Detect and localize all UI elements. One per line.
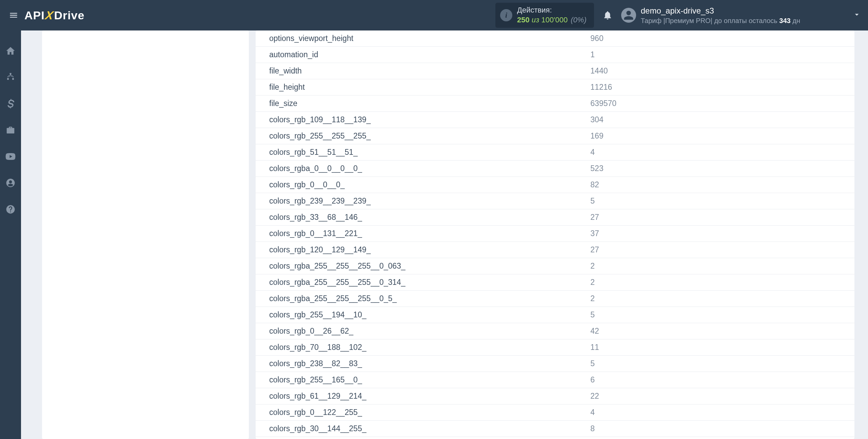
row-value: 4 bbox=[585, 404, 854, 421]
row-value: 27 bbox=[585, 209, 854, 226]
row-key: colors_rgb_109__118__139_ bbox=[256, 112, 585, 128]
row-key: colors_rgb_238__82__83_ bbox=[256, 356, 585, 372]
table-row: colors_rgba_255__255__255__0_063_2 bbox=[256, 258, 854, 274]
row-key: colors_rgb_70__188__102_ bbox=[256, 339, 585, 356]
rail-briefcase[interactable] bbox=[4, 123, 17, 137]
table-row: colors_rgb_238__82__83_5 bbox=[256, 356, 854, 372]
row-key: colors_rgb_0__122__255_ bbox=[256, 404, 585, 421]
actions-label: Действия: bbox=[517, 5, 587, 15]
row-key: colors_rgb_255__194__10_ bbox=[256, 307, 585, 323]
table-row: file_height11216 bbox=[256, 79, 854, 96]
row-value: 523 bbox=[585, 161, 854, 177]
row-key: colors_rgb_33__68__146_ bbox=[256, 209, 585, 226]
logo-api: API bbox=[24, 9, 45, 22]
notifications-button[interactable] bbox=[601, 8, 614, 22]
table-row: colors_rgb_255__255__255_169 bbox=[256, 128, 854, 144]
sitemap-icon bbox=[5, 72, 16, 82]
rail-connections[interactable] bbox=[4, 70, 17, 84]
dollar-icon bbox=[5, 99, 16, 109]
actions-values: 250 из 100'000 (0%) bbox=[517, 15, 587, 25]
table-row: colors_rgb_61__129__214_22 bbox=[256, 388, 854, 404]
table-row: colors_rgba_0__0__0__0_523 bbox=[256, 161, 854, 177]
row-key: colors_rgba_0__0__0__0_ bbox=[256, 161, 585, 177]
content-area: options_viewport_height960automation_id1… bbox=[21, 30, 868, 439]
row-key: colors_rgb_239__239__239_ bbox=[256, 193, 585, 209]
row-key: colors_rgb_0__26__62_ bbox=[256, 323, 585, 339]
row-value: 22 bbox=[585, 388, 854, 404]
left-panel bbox=[42, 30, 249, 439]
table-row: colors_rgb_0__131__221_37 bbox=[256, 226, 854, 242]
chevron-down-icon bbox=[852, 10, 861, 19]
rail-help[interactable] bbox=[4, 203, 17, 216]
table-row: colors_rgba_255__255__255__0_314_2 bbox=[256, 274, 854, 291]
row-key: colors_rgb_255__165__0_ bbox=[256, 372, 585, 388]
row-key: automation_id bbox=[256, 47, 585, 63]
row-value: 1440 bbox=[585, 63, 854, 79]
table-row: colors_rgb_51__51__51_4 bbox=[256, 144, 854, 161]
row-value: 4 bbox=[585, 144, 854, 161]
row-key: colors_rgba_255__255__255__0_5_ bbox=[256, 291, 585, 307]
actions-of: из bbox=[532, 16, 539, 24]
row-value: 1 bbox=[585, 47, 854, 63]
row-value: 169 bbox=[585, 128, 854, 144]
row-value: 27 bbox=[585, 242, 854, 258]
row-value: 11 bbox=[585, 339, 854, 356]
row-key: options_viewport_height bbox=[256, 30, 585, 47]
table-row: colors_rgb_0__26__62_42 bbox=[256, 323, 854, 339]
briefcase-icon bbox=[5, 125, 16, 135]
user-subline: Тариф |Премиум PRO| до оплаты осталось 3… bbox=[641, 16, 800, 25]
row-key: file_size bbox=[256, 96, 585, 112]
table-row: automation_id1 bbox=[256, 47, 854, 63]
table-row: colors_rgb_0__0__0_82 bbox=[256, 177, 854, 193]
table-row: options_viewport_height960 bbox=[256, 30, 854, 47]
row-value: 42 bbox=[585, 323, 854, 339]
menu-toggle-button[interactable] bbox=[7, 8, 20, 22]
rail-home[interactable] bbox=[4, 44, 17, 58]
help-icon bbox=[5, 204, 16, 214]
user-menu-caret[interactable] bbox=[852, 10, 861, 20]
table-row: colors_rgb_239__239__239_5 bbox=[256, 193, 854, 209]
home-icon bbox=[5, 46, 16, 56]
actions-pct: (0%) bbox=[571, 16, 586, 24]
youtube-icon bbox=[5, 151, 16, 162]
user-menu[interactable]: demo_apix-drive_s3 Тариф |Премиум PRO| д… bbox=[621, 5, 861, 25]
table-row: colors_rgb_255__194__10_5 bbox=[256, 307, 854, 323]
tariff-sep: | до оплаты осталось bbox=[711, 17, 780, 24]
rail-youtube[interactable] bbox=[4, 150, 17, 163]
row-value: 11216 bbox=[585, 79, 854, 96]
avatar bbox=[621, 8, 636, 23]
main-panel[interactable]: options_viewport_height960automation_id1… bbox=[256, 30, 854, 439]
row-key: colors_rgb_61__129__214_ bbox=[256, 388, 585, 404]
actions-used: 250 bbox=[517, 16, 530, 24]
table-row: file_width1440 bbox=[256, 63, 854, 79]
row-value: 82 bbox=[585, 177, 854, 193]
tariff-name: Премиум PRO bbox=[665, 17, 711, 24]
row-value: 5 bbox=[585, 193, 854, 209]
panels-row: options_viewport_height960automation_id1… bbox=[42, 30, 854, 439]
actions-indicator[interactable]: i Действия: 250 из 100'000 (0%) bbox=[495, 3, 594, 27]
table-row: colors_rgb_120__129__149_27 bbox=[256, 242, 854, 258]
table-row: colors_rgb_248__248__248_6 bbox=[256, 437, 854, 439]
row-value: 639570 bbox=[585, 96, 854, 112]
row-key: colors_rgb_0__131__221_ bbox=[256, 226, 585, 242]
rail-profile[interactable] bbox=[4, 176, 17, 190]
row-value: 304 bbox=[585, 112, 854, 128]
logo[interactable]: APIXDrive bbox=[24, 9, 84, 22]
row-value: 6 bbox=[585, 372, 854, 388]
row-key: file_width bbox=[256, 63, 585, 79]
tariff-prefix: Тариф | bbox=[641, 17, 665, 24]
row-value: 960 bbox=[585, 30, 854, 47]
row-value: 2 bbox=[585, 258, 854, 274]
row-value: 8 bbox=[585, 421, 854, 437]
row-value: 5 bbox=[585, 307, 854, 323]
rail-billing[interactable] bbox=[4, 97, 17, 110]
row-key: colors_rgb_120__129__149_ bbox=[256, 242, 585, 258]
actions-text: Действия: 250 из 100'000 (0%) bbox=[517, 5, 587, 25]
row-value: 37 bbox=[585, 226, 854, 242]
table-row: colors_rgb_255__165__0_6 bbox=[256, 372, 854, 388]
row-key: colors_rgb_248__248__248_ bbox=[256, 437, 585, 439]
row-key: colors_rgb_51__51__51_ bbox=[256, 144, 585, 161]
bell-icon bbox=[603, 10, 613, 20]
user-name: demo_apix-drive_s3 bbox=[641, 5, 800, 16]
actions-total: 100'000 bbox=[541, 16, 568, 24]
